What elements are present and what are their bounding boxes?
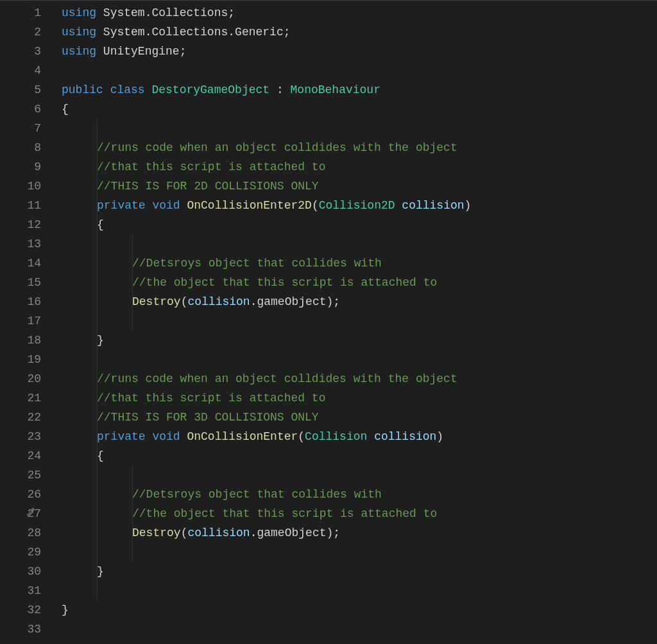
line-number: 14 xyxy=(0,254,41,273)
token-plain: Generic xyxy=(235,26,284,39)
code-line[interactable] xyxy=(62,119,657,138)
code-line-content: } xyxy=(62,604,69,616)
line-number: 1 xyxy=(0,3,41,22)
token-punct: . xyxy=(250,527,257,539)
line-number: 9 xyxy=(0,157,41,177)
indent-guide xyxy=(132,504,133,523)
code-line[interactable]: //THIS IS FOR 3D COLLISIONS ONLY xyxy=(62,408,657,427)
token-punct: ; xyxy=(228,6,235,19)
code-line[interactable]: { xyxy=(62,446,657,466)
token-keyword: public xyxy=(62,83,103,96)
line-number: 19 xyxy=(0,350,41,369)
code-line[interactable] xyxy=(62,581,657,600)
code-line[interactable]: Destroy(collision.gameObject); xyxy=(62,292,657,311)
token-param: collision xyxy=(374,430,436,443)
code-line[interactable]: public class DestoryGameObject : MonoBeh… xyxy=(62,80,657,100)
code-line[interactable]: using System.Collections.Generic; xyxy=(62,22,657,42)
code-line[interactable]: using UnityEngine; xyxy=(62,42,657,61)
code-line[interactable] xyxy=(62,543,657,562)
code-line-content: using System.Collections.Generic; xyxy=(62,26,291,39)
line-number: 32 xyxy=(0,600,41,620)
line-number: 29 xyxy=(0,543,41,562)
token-type: Collision2D xyxy=(319,199,395,212)
code-line[interactable] xyxy=(62,61,657,80)
code-line-content: //THIS IS FOR 3D COLLISIONS ONLY xyxy=(62,411,319,424)
token-plain xyxy=(146,199,153,212)
token-punct: ; xyxy=(333,527,340,539)
code-line[interactable]: //runs code when an object colldides wit… xyxy=(62,369,657,388)
token-type: Collision xyxy=(305,430,367,443)
code-line[interactable]: //the object that this script is attache… xyxy=(62,273,657,292)
line-number: 6 xyxy=(0,100,41,119)
code-line[interactable]: //THIS IS FOR 2D COLLISIONS ONLY xyxy=(62,177,657,196)
code-line[interactable]: //Detsroys object that collides with xyxy=(62,254,657,273)
gutter: 1234567891011121314151617181920212223242… xyxy=(0,1,55,644)
code-line[interactable]: { xyxy=(62,215,657,234)
code-line-content: Destroy(collision.gameObject); xyxy=(62,527,340,539)
token-punct: } xyxy=(62,604,69,616)
code-line[interactable]: using System.Collections; xyxy=(62,3,657,22)
code-line[interactable]: } xyxy=(62,331,657,350)
code-line[interactable]: private void OnCollisionEnter(Collision … xyxy=(62,427,657,446)
token-plain: Collections xyxy=(151,26,228,39)
indent-guide xyxy=(132,543,133,562)
line-number: 2 xyxy=(0,22,41,42)
indent-guide xyxy=(97,273,98,292)
code-line-content xyxy=(62,546,97,559)
code-line[interactable]: { xyxy=(62,100,657,119)
code-area[interactable]: using System.Collections;using System.Co… xyxy=(55,1,657,644)
indent-guide xyxy=(97,446,98,466)
token-punct: ; xyxy=(333,295,340,308)
line-number: 27 xyxy=(0,504,41,523)
token-plain xyxy=(96,6,103,19)
codeaction-icon[interactable] xyxy=(26,504,35,513)
indent-guide xyxy=(97,254,98,273)
line-number: 30 xyxy=(0,562,41,581)
indent-guide xyxy=(132,234,133,254)
line-number: 18 xyxy=(0,331,41,350)
code-line[interactable]: //that this script is attached to xyxy=(62,157,657,177)
code-line-content: using UnityEngine; xyxy=(62,45,186,58)
code-line[interactable]: //the object that this script is attache… xyxy=(62,504,657,523)
indent-guide xyxy=(97,504,98,523)
line-number: 31 xyxy=(0,581,41,600)
token-comment: //Detsroys object that collides with xyxy=(132,488,382,501)
code-line-content: //that this script is attached to xyxy=(62,392,325,405)
indent-guide xyxy=(97,138,98,157)
token-plain xyxy=(269,83,277,96)
code-line[interactable] xyxy=(62,620,657,639)
code-line[interactable]: //that this script is attached to xyxy=(62,388,657,408)
code-line-content: //THIS IS FOR 2D COLLISIONS ONLY xyxy=(62,180,319,193)
indent-guide xyxy=(132,523,133,543)
token-keyword: private xyxy=(97,430,146,443)
indent-guide xyxy=(97,562,98,581)
line-number: 21 xyxy=(0,388,41,408)
token-plain: UnityEngine xyxy=(103,45,180,58)
token-plain: Collections xyxy=(151,6,228,19)
token-plain: System xyxy=(103,6,145,19)
token-plain: System xyxy=(103,26,145,39)
code-line[interactable] xyxy=(62,466,657,485)
code-line-content xyxy=(62,315,97,327)
token-member: gameObject xyxy=(257,527,326,539)
code-line[interactable] xyxy=(62,311,657,331)
token-comment: //runs code when an object colldides wit… xyxy=(97,372,457,385)
code-line[interactable] xyxy=(62,234,657,254)
token-punct: ) xyxy=(327,295,334,308)
code-line[interactable] xyxy=(62,350,657,369)
token-punct: . xyxy=(250,295,257,308)
code-line[interactable]: Destroy(collision.gameObject); xyxy=(62,523,657,543)
code-editor[interactable]: 1234567891011121314151617181920212223242… xyxy=(0,0,657,644)
token-comment: //that this script is attached to xyxy=(97,161,325,173)
line-number: 24 xyxy=(0,446,41,466)
token-member: gameObject xyxy=(257,295,326,308)
token-punct: { xyxy=(97,218,104,231)
code-line[interactable]: //Detsroys object that collides with xyxy=(62,485,657,504)
code-line[interactable]: } xyxy=(62,562,657,581)
code-line[interactable]: } xyxy=(62,600,657,620)
indent-guide xyxy=(97,485,98,504)
code-line[interactable]: //runs code when an object colldides wit… xyxy=(62,138,657,157)
code-line-content xyxy=(62,238,97,250)
token-method: Destroy xyxy=(132,527,181,539)
code-line[interactable]: private void OnCollisionEnter2D(Collisio… xyxy=(62,196,657,215)
